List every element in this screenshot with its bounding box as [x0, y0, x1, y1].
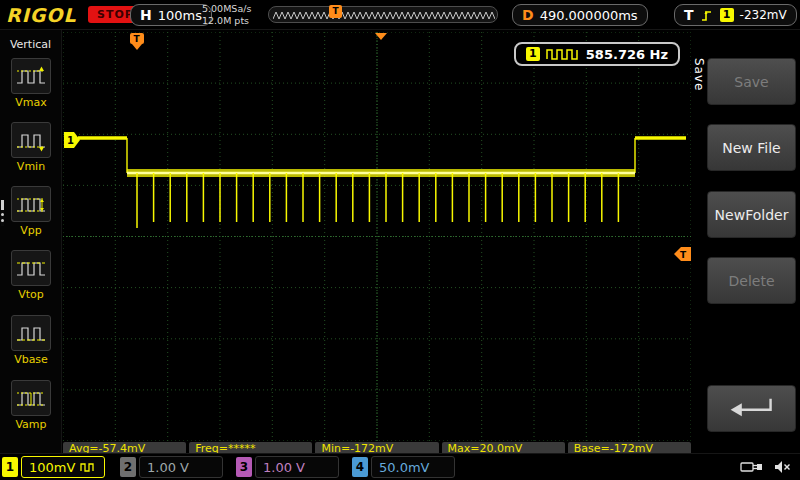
acquisition-info: 5.00MSa/s 12.0M pts — [202, 3, 251, 27]
delay-group: D 490.000000ms — [512, 4, 648, 26]
new-folder-button[interactable]: NewFolder — [707, 191, 796, 238]
channel-4-status[interactable]: 4 50.0mV — [352, 456, 455, 478]
rigol-logo: RIGOL — [6, 4, 77, 26]
channel-1-scale-box: 100mV — [21, 456, 105, 478]
horizontal-timebase-group[interactable]: H 100ms — [130, 4, 212, 26]
measure-item-label: Vbase — [0, 353, 62, 366]
sample-rate: 5.00MSa/s — [202, 3, 251, 15]
trigger-label: T — [684, 7, 694, 23]
measure-item-label: Vtop — [0, 288, 62, 301]
trigger-position-flag[interactable]: T — [329, 5, 342, 18]
frequency-counter: 1 585.726 Hz — [514, 42, 680, 66]
delete-button[interactable]: Delete — [707, 257, 796, 304]
waveform-display: 1TT 1 585.726 Hz Avg=-57.4mV Freq=***** … — [62, 30, 692, 453]
memory-depth: 12.0M pts — [202, 15, 251, 27]
channel-4-badge: 4 — [352, 457, 368, 477]
timebase-value: 100ms — [158, 8, 202, 23]
measure-item-vbase[interactable]: Vbase — [0, 311, 62, 373]
svg-text:T: T — [680, 250, 687, 260]
trigger-group[interactable]: T 1 -232mV — [674, 4, 797, 26]
svg-text:1: 1 — [67, 135, 74, 146]
channel-1-status[interactable]: 1 100mV — [2, 456, 105, 478]
vbase-icon — [11, 315, 51, 351]
measure-menu: Vertical Vmax Vmin — [0, 30, 62, 453]
back-button[interactable] — [707, 385, 796, 432]
vtop-icon — [11, 250, 51, 286]
svg-text:T: T — [134, 34, 141, 44]
measure-item-label: Vmin — [0, 160, 62, 173]
coupling-icon — [80, 462, 96, 472]
channel-3-scale-box: 1.00 V — [255, 456, 339, 478]
measure-item-label: Vmax — [0, 96, 62, 109]
vmax-icon — [11, 58, 51, 94]
measure-item-vmin[interactable]: Vmin — [0, 118, 62, 180]
usb-icon — [740, 460, 764, 474]
save-button[interactable]: Save — [707, 58, 796, 105]
oscilloscope-screen: RIGOL STOP H 100ms 5.00MSa/s 12.0M pts T… — [0, 0, 800, 480]
channel-2-scale-box: 1.00 V — [139, 456, 223, 478]
trigger-channel-badge: 1 — [720, 8, 734, 22]
measure-item-vtop[interactable]: Vtop — [0, 246, 62, 308]
channel-3-scale: 1.00 V — [263, 460, 305, 475]
vamp-icon — [11, 380, 51, 416]
counter-value: 585.726 Hz — [586, 47, 668, 62]
pulse-train-icon — [546, 48, 580, 60]
menu-tab-save: Save — [692, 58, 706, 91]
softkey-menu: Save Save New File NewFolder Delete — [692, 30, 800, 453]
channel-status-bar: 1 100mV 2 1.00 V 3 1.00 V 4 50.0mV — [0, 453, 800, 480]
measure-item-vamp[interactable]: Vamp — [0, 376, 62, 438]
memory-position-bar[interactable]: T — [268, 6, 498, 23]
counter-channel-badge: 1 — [526, 47, 540, 61]
rising-edge-icon — [700, 8, 714, 22]
channel-4-scale-box: 50.0mV — [371, 456, 455, 478]
channel-1-scale: 100mV — [29, 460, 75, 475]
new-file-button[interactable]: New File — [707, 124, 796, 171]
waveform-plot: 1TT — [63, 32, 691, 441]
measure-item-vpp[interactable]: Vpp — [0, 182, 62, 244]
return-arrow-icon — [724, 394, 780, 420]
channel-2-scale: 1.00 V — [147, 460, 189, 475]
top-bar: RIGOL STOP H 100ms 5.00MSa/s 12.0M pts T… — [0, 0, 800, 30]
delay-label: D — [522, 7, 534, 23]
measure-menu-title: Vertical — [0, 30, 61, 51]
delay-value: 490.000000ms — [540, 8, 638, 23]
channel-2-badge: 2 — [120, 457, 136, 477]
vmin-icon — [11, 122, 51, 158]
measure-item-vmax[interactable]: Vmax — [0, 54, 62, 116]
trigger-level-value: -232mV — [740, 8, 787, 22]
menu-scroll-indicator[interactable] — [1, 200, 4, 226]
measure-item-label: Vpp — [0, 224, 62, 237]
measure-item-label: Vamp — [0, 418, 62, 431]
memory-waveform-preview — [273, 9, 495, 22]
speaker-muted-icon[interactable] — [774, 460, 792, 474]
channel-1-badge: 1 — [2, 457, 18, 477]
status-icons — [740, 460, 792, 474]
vpp-icon — [11, 186, 51, 222]
channel-2-status[interactable]: 2 1.00 V — [120, 456, 223, 478]
horizontal-label: H — [140, 7, 152, 23]
channel-4-scale: 50.0mV — [379, 460, 430, 475]
channel-3-status[interactable]: 3 1.00 V — [236, 456, 339, 478]
channel-3-badge: 3 — [236, 457, 252, 477]
